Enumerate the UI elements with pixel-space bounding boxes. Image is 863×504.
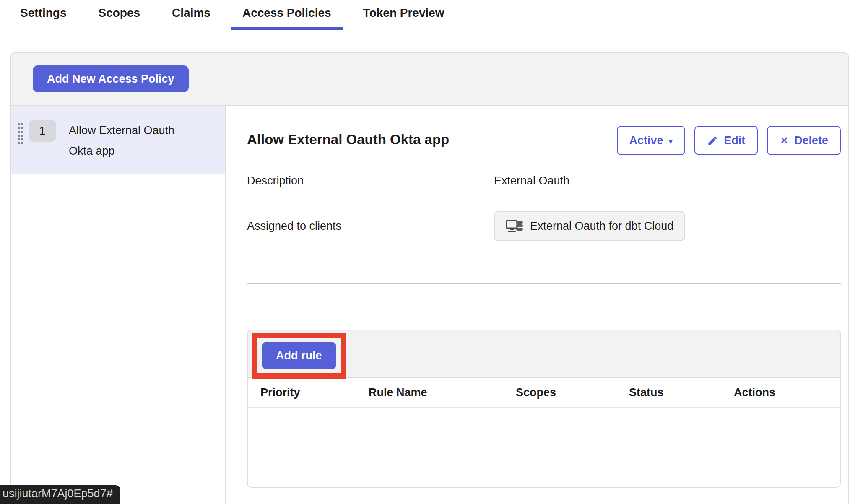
column-rule-name: Rule Name (369, 386, 516, 399)
add-new-access-policy-button[interactable]: Add New Access Policy (33, 65, 189, 92)
link-status-tooltip: usijiutarM7Aj0Ep5d7# (0, 485, 120, 504)
tab-settings[interactable]: Settings (20, 0, 66, 29)
delete-button[interactable]: ✕ Delete (767, 126, 841, 155)
column-status: Status (629, 386, 734, 399)
policy-detail-header: Allow External Oauth Okta app Active ▾ E… (247, 126, 841, 155)
tab-scopes[interactable]: Scopes (98, 0, 140, 29)
client-app-icon (506, 218, 523, 234)
rules-card: Add rule Priority Rule Name Scopes Statu… (247, 330, 841, 488)
description-label: Description (247, 174, 494, 187)
rules-table-header-row: Priority Rule Name Scopes Status Actions (248, 378, 840, 408)
policy-name: Allow External Oauth Okta app (69, 120, 195, 161)
section-divider (247, 283, 841, 284)
tab-claims[interactable]: Claims (172, 0, 211, 29)
status-dropdown-button[interactable]: Active ▾ (617, 126, 686, 155)
tab-token-preview[interactable]: Token Preview (363, 0, 444, 29)
access-policies-panel: Add New Access Policy 1 Allow External O… (10, 52, 849, 504)
assigned-client-chip[interactable]: External Oauth for dbt Cloud (494, 211, 685, 241)
description-value: External Oauth (494, 174, 841, 187)
rules-card-header: Add rule (248, 330, 840, 378)
column-priority: Priority (260, 386, 369, 399)
pencil-icon (707, 135, 718, 146)
policy-detail: Allow External Oauth Okta app Active ▾ E… (226, 106, 848, 504)
policy-title: Allow External Oauth Okta app (247, 132, 449, 148)
policy-actions: Active ▾ Edit ✕ Delete (617, 126, 841, 155)
rules-table-empty-body (248, 408, 840, 487)
column-scopes: Scopes (516, 386, 629, 399)
x-icon: ✕ (780, 134, 789, 147)
delete-label: Delete (794, 134, 828, 147)
status-label: Active (629, 134, 663, 147)
policy-list-item[interactable]: 1 Allow External Oauth Okta app (11, 106, 225, 174)
tab-access-policies[interactable]: Access Policies (242, 0, 331, 29)
red-highlight-annotation: Add rule (252, 333, 346, 379)
drag-handle-dots-icon[interactable] (18, 123, 23, 146)
tab-bar: Settings Scopes Claims Access Policies T… (0, 0, 863, 29)
policy-order-badge: 1 (29, 120, 56, 142)
caret-down-icon: ▾ (669, 136, 673, 146)
policy-fields: Description External Oauth Assigned to c… (247, 174, 841, 241)
assigned-to-clients-label: Assigned to clients (247, 220, 494, 233)
edit-label: Edit (724, 134, 745, 147)
panel-body: 1 Allow External Oauth Okta app Allow Ex… (11, 106, 848, 504)
assigned-client-name: External Oauth for dbt Cloud (530, 220, 673, 233)
add-rule-button[interactable]: Add rule (262, 342, 336, 369)
panel-header: Add New Access Policy (11, 53, 848, 106)
edit-button[interactable]: Edit (694, 126, 758, 155)
policy-list: 1 Allow External Oauth Okta app (11, 106, 226, 504)
column-actions: Actions (734, 386, 840, 399)
